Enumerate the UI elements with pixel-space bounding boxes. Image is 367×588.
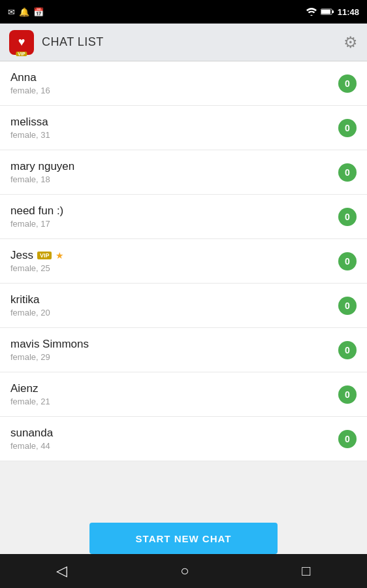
chat-item-name: need fun :): [10, 204, 338, 218]
unread-badge: 0: [338, 341, 357, 359]
svg-rect-2: [321, 10, 330, 14]
chat-item-name: mary nguyen: [10, 160, 338, 173]
unread-badge: 0: [338, 119, 357, 137]
bell-icon: 🔔: [19, 7, 29, 17]
chat-item-info: Jess VIP ★ female, 25: [10, 249, 338, 273]
unread-badge: 0: [338, 297, 357, 315]
chat-item-anna[interactable]: Anna female, 16 0: [0, 61, 367, 106]
chat-name-text: kritika: [10, 293, 39, 306]
battery-icon: [321, 8, 334, 16]
nav-bar: ◁ ○ □: [0, 554, 367, 588]
chat-name-text: mary nguyen: [10, 160, 74, 173]
chat-name-text: melissa: [10, 116, 48, 129]
chat-item-name: mavis Simmons: [10, 338, 338, 351]
status-bar-left-icons: ✉ 🔔 📅: [8, 7, 44, 17]
chat-item-sub: female, 20: [10, 308, 338, 318]
chat-item-jess[interactable]: Jess VIP ★ female, 25 0: [0, 239, 367, 284]
unread-badge: 0: [338, 430, 357, 448]
chat-item-sub: female, 25: [10, 263, 338, 273]
wifi-icon: [306, 8, 317, 16]
chat-item-sub: female, 44: [10, 441, 338, 451]
unread-badge: 0: [338, 208, 357, 226]
top-bar: ♥ VIP CHAT LIST ⚙: [0, 24, 367, 61]
status-bar: ✉ 🔔 📅 11:48: [0, 0, 367, 24]
bottom-area: START NEW CHAT: [0, 523, 367, 554]
chat-item-info: melissa female, 31: [10, 116, 338, 140]
chat-list: Anna female, 16 0 melissa female, 31 0 m…: [0, 61, 367, 461]
page-title: CHAT LIST: [42, 35, 343, 49]
chat-item-name: sunanda: [10, 427, 338, 440]
chat-item-sub: female, 31: [10, 130, 338, 140]
chat-name-text: Jess: [10, 249, 33, 262]
chat-item-name: Anna: [10, 71, 338, 84]
message-icon: ✉: [8, 7, 15, 17]
chat-item-info: Aienz female, 21: [10, 382, 338, 406]
chat-item-aienz[interactable]: Aienz female, 21 0: [0, 372, 367, 417]
chat-item-sub: female, 16: [10, 86, 338, 95]
calendar-icon: 📅: [33, 7, 44, 17]
chat-item-need-fun[interactable]: need fun :) female, 17 0: [0, 195, 367, 239]
chat-item-info: mavis Simmons female, 29: [10, 338, 338, 362]
start-new-chat-button[interactable]: START NEW CHAT: [89, 523, 278, 554]
chat-item-sub: female, 17: [10, 219, 338, 229]
vip-logo-badge: VIP: [16, 52, 27, 56]
chat-item-name: Jess VIP ★: [10, 249, 338, 262]
chat-item-sub: female, 29: [10, 352, 338, 362]
chat-item-name: kritika: [10, 293, 338, 306]
unread-badge: 0: [338, 252, 357, 270]
chat-item-mary-nguyen[interactable]: mary nguyen female, 18 0: [0, 150, 367, 195]
recent-apps-icon[interactable]: □: [302, 563, 310, 580]
star-icon: ★: [56, 250, 64, 261]
chat-item-sub: female, 21: [10, 397, 338, 406]
app-logo: ♥ VIP: [9, 30, 34, 55]
chat-item-info: Anna female, 16: [10, 71, 338, 95]
svg-rect-1: [332, 10, 334, 13]
chat-item-kritika[interactable]: kritika female, 20 0: [0, 284, 367, 328]
chat-item-mavis-simmons[interactable]: mavis Simmons female, 29 0: [0, 328, 367, 372]
chat-item-name: melissa: [10, 116, 338, 129]
home-icon[interactable]: ○: [180, 563, 189, 580]
status-bar-right-icons: 11:48: [306, 7, 359, 17]
chat-item-info: kritika female, 20: [10, 293, 338, 318]
chat-item-info: sunanda female, 44: [10, 427, 338, 451]
unread-badge: 0: [338, 163, 357, 182]
chat-name-text: Aienz: [10, 382, 39, 395]
vip-badge: VIP: [37, 252, 52, 259]
unread-badge: 0: [338, 74, 357, 93]
chat-item-info: need fun :) female, 17: [10, 204, 338, 229]
time-display: 11:48: [338, 7, 359, 17]
chat-item-sunanda[interactable]: sunanda female, 44 0: [0, 417, 367, 461]
unread-badge: 0: [338, 385, 357, 404]
chat-name-text: sunanda: [10, 427, 53, 440]
chat-name-text: need fun :): [10, 204, 63, 218]
back-icon[interactable]: ◁: [56, 563, 67, 580]
heart-icon: ♥: [18, 35, 25, 49]
settings-icon[interactable]: ⚙: [343, 33, 358, 52]
chat-name-text: mavis Simmons: [10, 338, 89, 351]
chat-item-sub: female, 18: [10, 174, 338, 184]
chat-item-info: mary nguyen female, 18: [10, 160, 338, 184]
chat-name-text: Anna: [10, 71, 37, 84]
chat-item-name: Aienz: [10, 382, 338, 395]
chat-item-melissa[interactable]: melissa female, 31 0: [0, 106, 367, 150]
